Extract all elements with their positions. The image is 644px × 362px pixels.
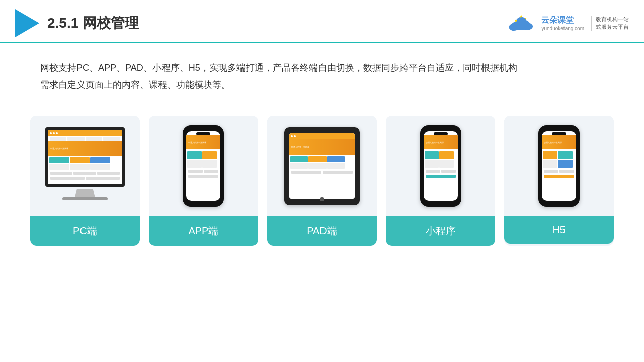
page-title: 2.5.1 网校管理 [47, 14, 139, 33]
miniapp-phone-notch [434, 132, 448, 135]
svg-point-5 [515, 20, 517, 22]
header: 2.5.1 网校管理 云朵课堂 yunduoketang.com 教育机构一站 … [0, 0, 644, 43]
card-app-label: APP端 [149, 216, 259, 246]
card-pc-label: PC端 [30, 216, 140, 246]
h5-device: 职通人的第一堂网课 [538, 125, 580, 207]
card-pc-image: 职通人的第一堂网课 [30, 116, 140, 216]
logo-en: yunduoketang.com [541, 26, 584, 31]
card-miniapp-image: 职通人的第一堂网课 [386, 116, 496, 216]
pc-stand [75, 189, 95, 197]
pad-device: 职通人的第一堂网课 [284, 127, 360, 205]
description-line1: 网校支持PC、APP、PAD、小程序、H5，实现多端打通，产品各终端自由切换，数… [40, 59, 604, 76]
logo-area: 云朵课堂 yunduoketang.com 教育机构一站 式服务云平台 [506, 14, 629, 32]
card-h5: 职通人的第一堂网课 H5 [504, 116, 614, 246]
section-number: 2.5.1 [47, 15, 78, 31]
card-pad-image: 职通人的第一堂网课 [267, 116, 377, 216]
cards-section: 职通人的第一堂网课 PC端 [0, 102, 644, 246]
tablet-screen: 职通人的第一堂网课 [289, 133, 355, 199]
description-line2: 需求自定义页面上的内容、课程、功能模块等。 [40, 76, 604, 94]
card-miniapp-label: 小程序 [386, 216, 496, 246]
miniapp-device: 职通人的第一堂网课 [420, 125, 461, 207]
pc-base [62, 197, 108, 200]
card-h5-label: H5 [504, 216, 614, 244]
phone-screen: 职通人的第一堂网课 [186, 131, 220, 201]
h5-phone-notch [552, 132, 566, 135]
card-miniapp: 职通人的第一堂网课 小程序 [386, 116, 496, 246]
pc-device: 职通人的第一堂网课 [42, 127, 128, 205]
miniapp-phone-screen: 职通人的第一堂网课 [424, 131, 458, 201]
description-block: 网校支持PC、APP、PAD、小程序、H5，实现多端打通，产品各终端自由切换，数… [0, 43, 644, 102]
logo-text-block: 云朵课堂 yunduoketang.com [541, 15, 584, 31]
title-text: 网校管理 [83, 15, 139, 31]
logo-slogan: 教育机构一站 式服务云平台 [591, 16, 629, 31]
card-pad-label: PAD端 [267, 216, 377, 246]
card-pc: 职通人的第一堂网课 PC端 [30, 116, 140, 246]
h5-phone-screen: 职通人的第一堂网课 [542, 131, 576, 201]
logo-name: 云朵课堂 [541, 15, 584, 26]
play-icon [15, 9, 39, 37]
cloud-logo-icon [506, 14, 536, 32]
pc-screen: 职通人的第一堂网课 [45, 127, 125, 187]
phone-notch [196, 132, 210, 135]
tablet-button [320, 197, 324, 201]
card-app-image: 职通人的第一堂网课 [149, 116, 259, 216]
card-h5-image: 职通人的第一堂网课 [504, 116, 614, 216]
card-app: 职通人的第一堂网课 APP端 [149, 116, 259, 246]
header-left: 2.5.1 网校管理 [15, 9, 139, 37]
card-pad: 职通人的第一堂网课 PAD端 [267, 116, 377, 246]
app-device: 职通人的第一堂网课 [183, 125, 224, 207]
svg-point-6 [525, 18, 527, 19]
